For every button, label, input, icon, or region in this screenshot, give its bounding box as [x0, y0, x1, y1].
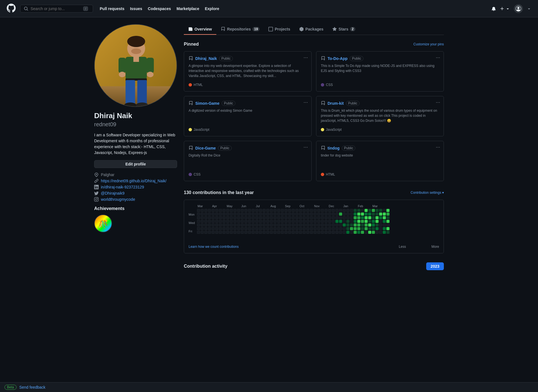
- graph-cell[interactable]: [368, 220, 371, 223]
- repo-name[interactable]: Dice-Game: [195, 146, 216, 150]
- graph-cell[interactable]: [233, 223, 236, 227]
- graph-cell[interactable]: [343, 231, 346, 234]
- graph-cell[interactable]: [233, 220, 236, 223]
- graph-cell[interactable]: [321, 227, 324, 230]
- graph-cell[interactable]: [332, 216, 335, 219]
- graph-cell[interactable]: [226, 216, 229, 219]
- graph-cell[interactable]: [368, 227, 371, 230]
- graph-cell[interactable]: [266, 213, 269, 216]
- graph-cell[interactable]: [284, 231, 287, 234]
- graph-cell[interactable]: [299, 227, 302, 230]
- graph-cell[interactable]: [263, 220, 266, 223]
- graph-cell[interactable]: [303, 223, 306, 227]
- graph-cell[interactable]: [295, 231, 298, 234]
- graph-cell[interactable]: [270, 227, 273, 230]
- graph-cell[interactable]: [208, 223, 211, 227]
- graph-cell[interactable]: [321, 213, 324, 216]
- graph-cell[interactable]: [233, 209, 236, 212]
- graph-cell[interactable]: [383, 220, 386, 223]
- graph-cell[interactable]: [310, 209, 313, 212]
- tab-packages[interactable]: Packages: [295, 24, 328, 35]
- graph-cell[interactable]: [383, 213, 386, 216]
- graph-cell[interactable]: [201, 220, 204, 223]
- linkedin-link[interactable]: in/dhiraj-naik-923723129: [101, 185, 144, 189]
- graph-cell[interactable]: [241, 223, 244, 227]
- graph-cell[interactable]: [365, 220, 368, 223]
- graph-cell[interactable]: [303, 231, 306, 234]
- graph-cell[interactable]: [357, 213, 360, 216]
- graph-cell[interactable]: [339, 216, 342, 219]
- graph-cell[interactable]: [204, 216, 207, 219]
- graph-cell[interactable]: [266, 220, 269, 223]
- graph-cell[interactable]: [270, 231, 273, 234]
- graph-cell[interactable]: [277, 223, 280, 227]
- graph-cell[interactable]: [328, 220, 331, 223]
- graph-cell[interactable]: [266, 231, 269, 234]
- graph-cell[interactable]: [273, 213, 277, 216]
- graph-cell[interactable]: [208, 227, 211, 230]
- graph-cell[interactable]: [270, 220, 273, 223]
- graph-cell[interactable]: [252, 231, 255, 234]
- graph-cell[interactable]: [248, 213, 251, 216]
- graph-cell[interactable]: [324, 231, 328, 234]
- graph-cell[interactable]: [252, 216, 255, 219]
- graph-cell[interactable]: [303, 213, 306, 216]
- graph-cell[interactable]: [383, 231, 386, 234]
- repo-name[interactable]: Dhiraj_Naik: [195, 56, 217, 61]
- graph-cell[interactable]: [324, 223, 328, 227]
- graph-cell[interactable]: [350, 209, 353, 212]
- graph-cell[interactable]: [237, 213, 240, 216]
- graph-cell[interactable]: [263, 213, 266, 216]
- graph-cell[interactable]: [212, 213, 215, 216]
- repo-name[interactable]: tindog: [328, 146, 340, 150]
- graph-cell[interactable]: [386, 209, 389, 212]
- graph-cell[interactable]: [292, 223, 295, 227]
- graph-cell[interactable]: [295, 209, 298, 212]
- graph-cell[interactable]: [365, 227, 368, 230]
- graph-cell[interactable]: [270, 209, 273, 212]
- graph-cell[interactable]: [346, 220, 349, 223]
- graph-cell[interactable]: [255, 213, 258, 216]
- graph-cell[interactable]: [375, 213, 379, 216]
- graph-cell[interactable]: [230, 223, 233, 227]
- graph-cell[interactable]: [306, 227, 309, 230]
- graph-cell[interactable]: [241, 213, 244, 216]
- graph-cell[interactable]: [241, 220, 244, 223]
- user-avatar[interactable]: [514, 4, 523, 13]
- graph-cell[interactable]: [339, 223, 342, 227]
- graph-cell[interactable]: [292, 209, 295, 212]
- graph-cell[interactable]: [292, 216, 295, 219]
- graph-cell[interactable]: [299, 216, 302, 219]
- graph-cell[interactable]: [197, 231, 200, 234]
- repo-name[interactable]: Drum-kit: [328, 101, 344, 106]
- graph-cell[interactable]: [346, 213, 349, 216]
- graph-cell[interactable]: [263, 227, 266, 230]
- graph-cell[interactable]: [328, 213, 331, 216]
- graph-cell[interactable]: [328, 227, 331, 230]
- graph-cell[interactable]: [241, 227, 244, 230]
- graph-cell[interactable]: [386, 227, 389, 230]
- graph-cell[interactable]: [335, 209, 338, 212]
- graph-cell[interactable]: [219, 216, 222, 219]
- graph-cell[interactable]: [252, 223, 255, 227]
- graph-cell[interactable]: [244, 216, 247, 219]
- graph-cell[interactable]: [375, 220, 379, 223]
- graph-cell[interactable]: [354, 216, 357, 219]
- graph-cell[interactable]: [255, 220, 258, 223]
- tab-stars[interactable]: Stars 2: [328, 24, 360, 35]
- graph-cell[interactable]: [244, 227, 247, 230]
- graph-cell[interactable]: [292, 213, 295, 216]
- graph-cell[interactable]: [321, 216, 324, 219]
- graph-cell[interactable]: [372, 223, 375, 227]
- graph-cell[interactable]: [317, 209, 320, 212]
- graph-cell[interactable]: [375, 231, 379, 234]
- graph-cell[interactable]: [306, 209, 309, 212]
- graph-cell[interactable]: [215, 223, 218, 227]
- graph-cell[interactable]: [237, 209, 240, 212]
- graph-cell[interactable]: [335, 227, 338, 230]
- graph-cell[interactable]: [259, 227, 262, 230]
- graph-cell[interactable]: [222, 213, 226, 216]
- graph-cell[interactable]: [263, 231, 266, 234]
- graph-cell[interactable]: [314, 231, 317, 234]
- achievement-badge-yolo[interactable]: 🎊: [94, 214, 112, 232]
